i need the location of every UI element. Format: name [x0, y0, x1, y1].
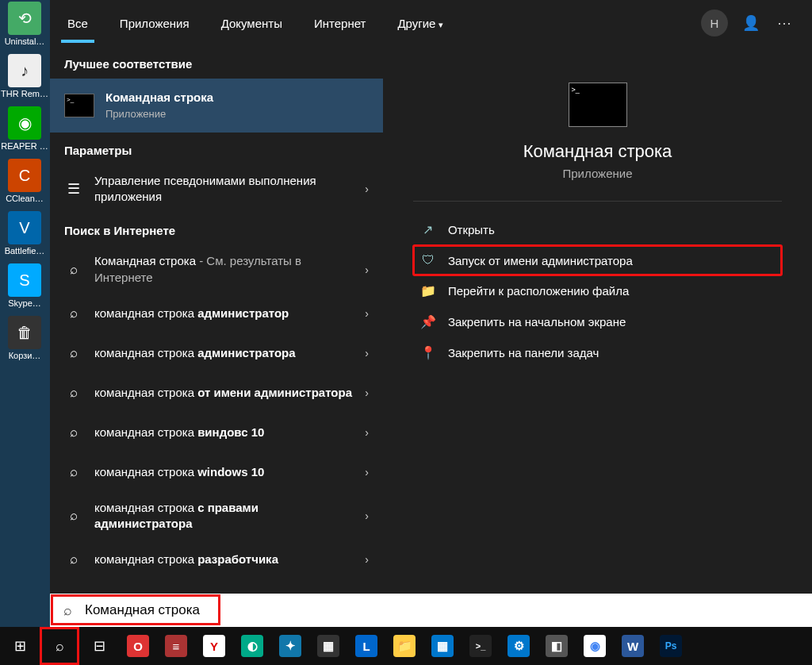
- desktop-label: CClean…: [6, 194, 44, 203]
- chevron-right-icon: ›: [358, 347, 369, 359]
- web-result[interactable]: ⌕ командная строка администратор ›: [50, 294, 383, 333]
- web-result[interactable]: ⌕ Командная строка - См. результаты в Ин…: [50, 245, 383, 294]
- action-open-location[interactable]: 📁Перейти к расположению файла: [413, 275, 782, 306]
- web-result[interactable]: ⌕ командная строка от имени администрато…: [50, 373, 383, 413]
- search-icon: ⌕: [64, 421, 83, 444]
- search-input[interactable]: [85, 602, 812, 618]
- settings-result[interactable]: ☰ Управление псевдонимами выполнения при…: [50, 165, 383, 213]
- taskbar-app[interactable]: O: [119, 627, 157, 665]
- desktop-icon[interactable]: VBattlefie…: [0, 211, 49, 256]
- desktop-label: THR Rem…: [1, 89, 48, 98]
- chevron-right-icon: ›: [358, 466, 369, 479]
- task-view-button[interactable]: ⊟: [79, 627, 119, 665]
- taskbar-app[interactable]: ✦: [271, 627, 309, 665]
- taskbar-app[interactable]: ◐: [233, 627, 271, 665]
- web-result[interactable]: ⌕ командная строка с правами администрат…: [50, 492, 383, 540]
- search-box[interactable]: ⌕: [50, 594, 812, 627]
- taskbar-app[interactable]: 📁: [385, 627, 423, 665]
- user-avatar[interactable]: Н: [701, 10, 728, 37]
- tab-docs[interactable]: Документы: [215, 4, 289, 43]
- result-title: командная строка виндовс 10: [94, 425, 358, 440]
- result-title: Управление псевдонимами выполнения прило…: [94, 173, 358, 206]
- result-title: командная строка администратора: [94, 345, 358, 361]
- taskbar-app[interactable]: ≡: [157, 627, 195, 665]
- action-label: Перейти к расположению файла: [448, 284, 629, 298]
- search-icon: ⌕: [64, 302, 83, 325]
- chevron-right-icon: ›: [358, 263, 369, 276]
- taskbar-app[interactable]: W: [614, 627, 652, 665]
- section-best-match: Лучшее соответствие: [50, 46, 383, 79]
- section-web-search: Поиск в Интернете: [50, 213, 383, 245]
- cmd-icon: >_: [569, 83, 627, 127]
- desktop-icon[interactable]: ⟲Uninstal…: [0, 2, 49, 46]
- tab-more[interactable]: Другие▾: [391, 4, 450, 43]
- result-subtitle: Приложение: [105, 107, 369, 121]
- preview-panel: >_ Командная строка Приложение ↗Открыть …: [383, 46, 812, 594]
- feedback-icon[interactable]: 👤: [734, 6, 768, 40]
- section-settings: Параметры: [50, 133, 383, 165]
- desktop-label: Battlefie…: [5, 246, 45, 256]
- action-open[interactable]: ↗Открыть: [413, 214, 782, 245]
- settings-icon: ☰: [64, 177, 83, 201]
- search-panel: Все Приложения Документы Интернет Другие…: [50, 0, 812, 594]
- result-title: Командная строка - См. результаты в Инте…: [94, 253, 358, 286]
- pin-icon: 📍: [419, 345, 437, 360]
- desktop-icon[interactable]: CCClean…: [0, 159, 49, 203]
- web-result[interactable]: ⌕ командная строка разработчика ›: [50, 540, 383, 579]
- chevron-right-icon: ›: [358, 386, 369, 399]
- web-result[interactable]: ⌕ командная строка администратора ›: [50, 333, 383, 373]
- preview-title: Командная строка: [523, 141, 672, 162]
- preview-subtitle: Приложение: [563, 167, 633, 180]
- action-run-admin[interactable]: 🛡Запуск от имени администратора: [413, 245, 782, 275]
- search-icon: ⌕: [64, 381, 83, 405]
- chevron-right-icon: ›: [358, 553, 369, 566]
- open-icon: ↗: [419, 222, 437, 237]
- search-icon: ⌕: [64, 341, 83, 365]
- web-result[interactable]: ⌕ командная строка виндовс 10 ›: [50, 413, 383, 452]
- search-icon: ⌕: [50, 602, 85, 619]
- desktop-label: Корзи…: [9, 351, 41, 360]
- action-label: Запуск от имени администратора: [448, 254, 633, 267]
- search-icon: ⌕: [64, 460, 83, 484]
- taskbar-app[interactable]: ◧: [538, 627, 576, 665]
- action-pin-taskbar[interactable]: 📍Закрепить на панели задач: [413, 337, 782, 368]
- result-title: командная строка от имени администратора: [94, 385, 358, 401]
- results-list: Лучшее соответствие >_ Командная строка …: [50, 46, 383, 594]
- action-label: Открыть: [448, 223, 495, 236]
- action-pin-start[interactable]: 📌Закрепить на начальном экране: [413, 306, 782, 337]
- taskbar-app[interactable]: >_: [462, 627, 500, 665]
- web-result[interactable]: ⌕ командная строка windows 10 ›: [50, 452, 383, 492]
- chevron-right-icon: ›: [358, 426, 369, 439]
- taskbar-app[interactable]: Y: [195, 627, 233, 665]
- more-options-icon[interactable]: ⋯: [768, 6, 801, 40]
- desktop-icon[interactable]: 🗑Корзи…: [0, 316, 49, 360]
- search-icon: ⌕: [64, 504, 83, 528]
- start-button[interactable]: ⊞: [0, 627, 40, 665]
- result-title: командная строка с правами администратор…: [94, 500, 358, 532]
- taskbar-app[interactable]: L: [347, 627, 385, 665]
- desktop-label: Skype…: [8, 298, 41, 308]
- result-title: командная строка администратор: [94, 306, 358, 321]
- desktop-icon[interactable]: ◉REAPER …: [0, 106, 49, 151]
- tab-web[interactable]: Интернет: [308, 4, 372, 43]
- desktop-icon[interactable]: SSkype…: [0, 263, 49, 308]
- action-list: ↗Открыть 🛡Запуск от имени администратора…: [413, 214, 782, 368]
- result-title: Командная строка: [105, 90, 369, 106]
- taskbar-app[interactable]: ▦: [309, 627, 347, 665]
- folder-icon: 📁: [419, 283, 437, 298]
- pin-icon: 📌: [419, 314, 437, 329]
- shield-icon: 🛡: [419, 253, 437, 267]
- tab-all[interactable]: Все: [61, 4, 94, 43]
- taskbar-app[interactable]: ◉: [576, 627, 614, 665]
- taskbar-app[interactable]: Ps: [652, 627, 690, 665]
- tab-apps[interactable]: Приложения: [113, 4, 196, 43]
- cmd-icon: >_: [64, 94, 94, 117]
- taskbar-app[interactable]: ▦: [423, 627, 462, 665]
- best-match-result[interactable]: >_ Командная строка Приложение: [50, 79, 383, 133]
- desktop-icon[interactable]: ♪THR Rem…: [0, 54, 49, 98]
- desktop-icons: ⟲Uninstal… ♪THR Rem… ◉REAPER … CCClean… …: [0, 0, 51, 627]
- taskbar-search-button[interactable]: ⌕: [40, 627, 79, 665]
- taskbar: ⊞ ⌕ ⊟ O ≡ Y ◐ ✦ ▦ L 📁 ▦ >_ ⚙ ◧ ◉ W Ps: [0, 627, 812, 665]
- taskbar-app[interactable]: ⚙: [500, 627, 538, 665]
- desktop-label: Uninstal…: [5, 37, 45, 46]
